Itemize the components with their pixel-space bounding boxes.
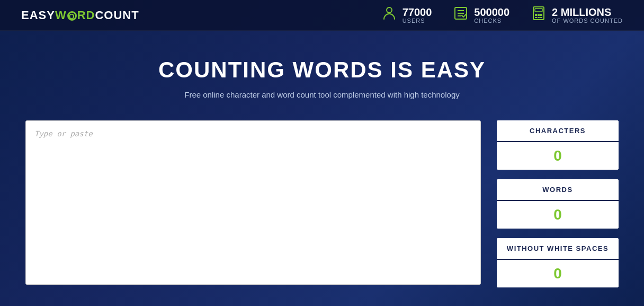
words-card: WORDS 0 bbox=[497, 179, 619, 229]
without-spaces-card-title: WITHOUT WHITE SPACES bbox=[497, 238, 619, 260]
hero-subtitle: Free online character and word count too… bbox=[25, 90, 619, 99]
header-stats: 77000 USERS 500000 CHECKS bbox=[381, 5, 623, 25]
words-card-value: 0 bbox=[497, 201, 619, 229]
words-card-title: WORDS bbox=[497, 179, 619, 201]
logo: EASYWORDCOUNT bbox=[21, 8, 139, 22]
without-spaces-card-value: 0 bbox=[497, 260, 619, 287]
svg-rect-10 bbox=[535, 17, 537, 18]
logo-count: COUNT bbox=[95, 8, 139, 22]
main-content: COUNTING WORDS IS EASY Free online chara… bbox=[4, 31, 640, 303]
svg-rect-6 bbox=[535, 8, 542, 12]
stat-users: 77000 USERS bbox=[381, 5, 432, 25]
stat-checks-label: CHECKS bbox=[474, 18, 509, 24]
stat-words-counted-label: OF WORDS COUNTED bbox=[552, 18, 623, 24]
svg-rect-8 bbox=[538, 14, 540, 16]
stat-words-counted-number: 2 MILLIONS bbox=[552, 7, 623, 18]
checks-icon bbox=[453, 5, 469, 25]
stat-checks: 500000 CHECKS bbox=[453, 5, 509, 25]
text-input[interactable] bbox=[25, 120, 481, 285]
svg-rect-11 bbox=[538, 17, 540, 18]
stat-words-counted: 2 MILLIONS OF WORDS COUNTED bbox=[531, 5, 623, 25]
textarea-wrapper bbox=[25, 120, 481, 287]
logo-word: WORD bbox=[55, 8, 95, 22]
logo-easy: EASY bbox=[21, 8, 55, 22]
without-spaces-card: WITHOUT WHITE SPACES 0 bbox=[497, 238, 619, 287]
stat-checks-number: 500000 bbox=[474, 7, 509, 18]
svg-rect-9 bbox=[540, 14, 542, 16]
svg-rect-7 bbox=[535, 14, 537, 16]
logo-o: O bbox=[67, 11, 77, 21]
svg-rect-12 bbox=[540, 17, 542, 18]
stat-users-number: 77000 bbox=[402, 7, 432, 18]
tool-section: CHARACTERS 0 WORDS 0 WITHOUT WHITE SPACE… bbox=[25, 120, 619, 287]
hero-title: COUNTING WORDS IS EASY bbox=[25, 57, 619, 83]
stats-cards: CHARACTERS 0 WORDS 0 WITHOUT WHITE SPACE… bbox=[497, 120, 619, 287]
characters-card: CHARACTERS 0 bbox=[497, 120, 619, 170]
header: EASYWORDCOUNT 77000 USERS bbox=[0, 0, 644, 31]
characters-card-title: CHARACTERS bbox=[497, 120, 619, 142]
calculator-icon bbox=[531, 5, 547, 25]
stat-users-label: USERS bbox=[402, 18, 432, 24]
svg-point-0 bbox=[387, 7, 392, 13]
stat-checks-text: 500000 CHECKS bbox=[474, 7, 509, 24]
users-icon bbox=[381, 5, 397, 25]
stat-users-text: 77000 USERS bbox=[402, 7, 432, 24]
logo-w: W bbox=[55, 8, 67, 22]
logo-rd: RD bbox=[77, 8, 95, 22]
characters-card-value: 0 bbox=[497, 142, 619, 170]
stat-words-counted-text: 2 MILLIONS OF WORDS COUNTED bbox=[552, 7, 623, 24]
